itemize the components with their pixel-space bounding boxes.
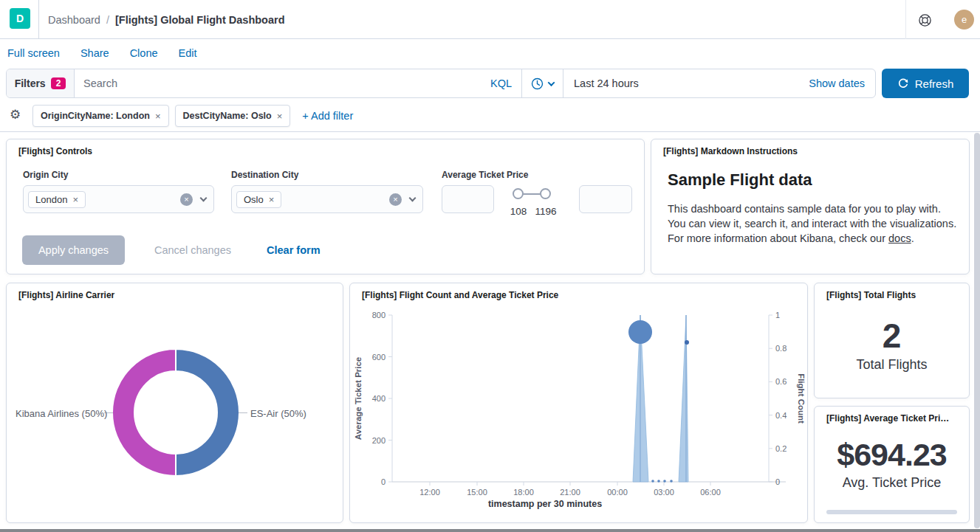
avg-price-zero-dot [657, 480, 660, 483]
x-tick: 03:00 [654, 488, 674, 497]
refresh-icon [897, 77, 909, 89]
destination-city-value: Oslo [244, 194, 264, 205]
y-left-tick: 200 [372, 436, 386, 445]
panel-title: [Flights] Total Flights [826, 290, 916, 300]
clear-selection-icon[interactable]: × [389, 193, 402, 206]
markdown-body: This dashboard contains sample data for … [668, 201, 957, 246]
panel-title: [Flights] Average Ticket Pri… [826, 413, 949, 424]
docs-link[interactable]: docs [888, 232, 911, 244]
y-left-tick: 600 [372, 353, 386, 362]
query-bar: Filters 2 KQL Last 24 hours Show dates [6, 69, 876, 98]
avg-price-zero-dot [670, 480, 673, 483]
filter-pill-origin-city[interactable]: OriginCityName: London × [32, 105, 169, 127]
avg-ticket-price-label: Avg. Ticket Price [843, 475, 942, 491]
donut-leader-line [239, 412, 247, 413]
refresh-label: Refresh [915, 77, 954, 90]
destination-city-selected-pill[interactable]: Oslo × [236, 191, 281, 208]
y-right-tick: 0.2 [775, 444, 787, 453]
origin-city-selected-pill[interactable]: London × [28, 191, 86, 208]
avg-price-bubble-small[interactable] [685, 340, 689, 345]
breadcrumb-dashboard-link[interactable]: Dashboard [48, 14, 100, 26]
cancel-changes-button[interactable]: Cancel changes [154, 235, 231, 265]
breadcrumb-separator: / [106, 14, 109, 26]
destination-city-label: Destination City [231, 170, 298, 180]
filters-count-badge: 2 [51, 77, 66, 89]
vertical-scrollbar[interactable] [974, 133, 980, 528]
search-cell: KQL [75, 69, 521, 97]
page-title: [Flights] Global Flight Dashboard [115, 14, 285, 26]
y-left-tick: 400 [372, 394, 386, 403]
donut-slice-kibana-airlines[interactable] [112, 349, 176, 476]
panel-title: [Flights] Markdown Instructions [663, 146, 798, 156]
clear-form-button[interactable]: Clear form [267, 235, 321, 265]
y-right-tick: 0.6 [775, 377, 787, 386]
add-filter-button[interactable]: + Add filter [302, 110, 353, 122]
markdown-heading: Sample Flight data [668, 170, 812, 190]
filters-label: Filters [15, 77, 46, 89]
avg-price-bubble-large[interactable] [628, 320, 652, 344]
time-picker-quick-menu-button[interactable] [522, 69, 563, 97]
price-max-value: 1196 [530, 206, 562, 217]
avg-price-zero-dot [663, 480, 666, 483]
price-min-input[interactable] [442, 185, 494, 213]
search-input[interactable] [75, 69, 521, 97]
help-icon [918, 13, 932, 27]
origin-city-label: Origin City [23, 170, 68, 180]
share-button[interactable]: Share [80, 47, 109, 59]
filter-pills-row: OriginCityName: London × DestCityName: O… [32, 105, 353, 127]
panel-total-flights: [Flights] Total Flights 2 Total Flights [814, 283, 970, 398]
filter-settings-gear-icon[interactable]: ⚙ [10, 108, 21, 121]
breadcrumb: Dashboard / [Flights] Global Flight Dash… [48, 0, 285, 39]
donut-label-es-air: ES-Air (50%) [250, 408, 306, 419]
clear-selection-icon[interactable]: × [180, 193, 193, 206]
help-menu-button[interactable] [915, 10, 934, 30]
total-flights-label: Total Flights [856, 357, 927, 373]
chevron-down-icon [548, 79, 555, 86]
apply-changes-button[interactable]: Apply changes [22, 235, 125, 265]
destination-city-combobox[interactable]: Oslo × × [231, 185, 423, 213]
y-left-tick: 800 [372, 311, 386, 319]
filter-pill-label: DestCityName: Oslo [183, 111, 272, 121]
remove-option-icon[interactable]: × [72, 194, 78, 205]
remove-option-icon[interactable]: × [269, 194, 275, 205]
origin-city-combobox[interactable]: London × × [23, 185, 214, 213]
airline-carrier-donut-chart[interactable] [7, 283, 344, 524]
divider [38, 0, 39, 39]
refresh-button[interactable]: Refresh [882, 69, 969, 98]
time-range-value[interactable]: Last 24 hours [563, 77, 809, 89]
flight-count-avg-price-chart[interactable]: 800 600 400 200 0 1 0.8 0.6 0.4 0.2 0 12… [350, 283, 809, 524]
flight-count-spike-2[interactable] [679, 315, 688, 482]
total-flights-value: 2 [883, 319, 902, 353]
clock-icon [531, 77, 544, 90]
divider [905, 0, 906, 39]
user-avatar[interactable]: e [954, 10, 974, 30]
x-tick: 15:00 [467, 488, 487, 497]
avg-ticket-price-gauge-bar [826, 510, 957, 514]
y-axis-right-title: Flight Count [797, 373, 806, 424]
kql-syntax-button[interactable]: KQL [490, 77, 512, 89]
divider [0, 131, 980, 132]
donut-slice-es-air[interactable] [176, 349, 239, 476]
x-tick: 06:00 [700, 488, 721, 497]
price-range-slider-handle-max[interactable] [540, 188, 551, 199]
y-right-tick: 0 [775, 477, 780, 486]
y-axis-left-title: Average Ticket Price [354, 357, 363, 441]
show-dates-button[interactable]: Show dates [809, 77, 875, 89]
remove-filter-icon[interactable]: × [277, 111, 283, 122]
edit-button[interactable]: Edit [179, 47, 197, 59]
filter-pill-label: OriginCityName: London [41, 111, 150, 121]
avg-ticket-price-label: Average Ticket Price [442, 170, 528, 180]
filter-pill-dest-city[interactable]: DestCityName: Oslo × [175, 105, 291, 127]
filters-menu-button[interactable]: Filters 2 [7, 69, 75, 97]
full-screen-button[interactable]: Full screen [7, 47, 60, 59]
markdown-text: . [911, 232, 914, 244]
remove-filter-icon[interactable]: × [155, 111, 161, 122]
clone-button[interactable]: Clone [130, 47, 158, 59]
panel-flight-count-avg-price: [Flights] Flight Count and Average Ticke… [349, 283, 808, 523]
x-tick: 21:00 [560, 488, 580, 497]
dashboard-app-icon[interactable]: D [10, 8, 30, 29]
price-range-slider-handle-min[interactable] [513, 188, 524, 199]
x-axis-title: timestamp per 30 minutes [488, 499, 602, 509]
panel-title: [Flights] Controls [18, 146, 92, 156]
price-max-input[interactable] [579, 185, 632, 213]
